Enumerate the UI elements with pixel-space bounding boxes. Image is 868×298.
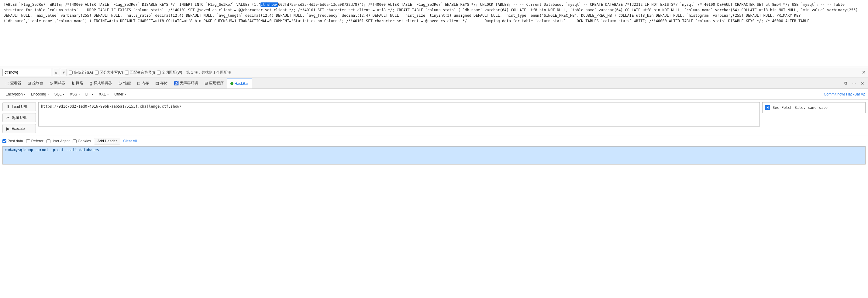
header-entry: H Sec-Fetch-Site: same-site — [762, 102, 866, 113]
find-option-case[interactable]: 区分大小写(C) — [95, 70, 123, 75]
hackbar-content: ⬆ Load URL ✂ Split URL ▶ Execute https:/… — [0, 100, 868, 136]
clear-all-link[interactable]: Clear All — [123, 139, 137, 143]
post-data-textarea[interactable]: cmd=mysqldump -uroot -proot --all-databa… — [2, 146, 866, 165]
tab-storage[interactable]: ▤ 存储 — [152, 78, 171, 88]
referer-option[interactable]: Referer — [26, 139, 43, 143]
post-data-section: cmd=mysqldump -uroot -proot --all-databa… — [0, 146, 868, 167]
hackbar-left-panel: ⬆ Load URL ✂ Split URL ▶ Execute — [2, 102, 36, 133]
encryption-chevron-icon: ▾ — [24, 93, 26, 96]
tab-performance[interactable]: ⏱ 性能 — [115, 78, 134, 88]
devtools-right-controls: ⧉ ··· ✕ — [843, 80, 866, 86]
cookies-option[interactable]: Cookies — [73, 139, 91, 143]
inspector-icon: ⬚ — [5, 81, 9, 85]
header-value: Sec-Fetch-Site: same-site — [773, 106, 828, 110]
debugger-icon: ⊙ — [50, 81, 53, 85]
tab-application[interactable]: ⊞ 应用程序 — [202, 78, 227, 88]
find-result: 第 1 项，共找到 1 个匹配项 — [186, 70, 231, 75]
header-h-badge: H — [765, 105, 770, 110]
application-icon: ⊞ — [205, 81, 208, 85]
storage-icon: ▤ — [155, 81, 159, 85]
tab-accessibility[interactable]: ♿ 无障碍环境 — [171, 78, 202, 88]
devtools-more-button[interactable]: ··· — [851, 80, 857, 86]
accessibility-icon: ♿ — [174, 81, 179, 85]
encoding-chevron-icon: ▾ — [48, 93, 49, 96]
devtools-close-button[interactable]: ✕ — [860, 80, 866, 86]
xxe-chevron-icon: ▾ — [107, 93, 109, 96]
add-header-button[interactable]: Add Header — [94, 138, 120, 144]
code-text-before: TABLES `F1ag_Se3Re7` WRITE; /*!40000 ALT… — [4, 2, 260, 7]
lfi-chevron-icon: ▾ — [92, 93, 93, 96]
find-input[interactable] — [2, 69, 51, 76]
other-chevron-icon: ▾ — [125, 93, 126, 96]
tab-console[interactable]: ⊡ 控制台 — [25, 78, 46, 88]
tab-inspector[interactable]: ⬚ 查看器 — [2, 78, 25, 88]
xss-menu[interactable]: XSS ▾ — [67, 91, 82, 97]
code-area: TABLES `F1ag_Se3Re7` WRITE; /*!40000 ALT… — [0, 0, 868, 67]
find-option-highlight[interactable]: 高亮全部(A) — [69, 70, 93, 75]
commit-now-label[interactable]: Commit now! HackBar v2 — [824, 92, 865, 96]
find-option-diacritics[interactable]: 匹配变音符号(I) — [125, 70, 155, 75]
tab-network[interactable]: ⇅ 网络 — [68, 78, 87, 88]
xxe-menu[interactable]: XXE ▾ — [96, 91, 111, 97]
tab-memory[interactable]: ◻ 内存 — [134, 78, 152, 88]
find-close-button[interactable]: ✕ — [862, 70, 866, 75]
load-url-icon: ⬆ — [6, 104, 10, 109]
network-icon: ⇅ — [71, 81, 75, 85]
hackbar-right-panel: H Sec-Fetch-Site: same-site — [762, 102, 866, 133]
execute-icon: ▶ — [6, 126, 10, 131]
tab-style-editor[interactable]: {} 样式编辑器 — [87, 78, 115, 88]
hackbar-toolbar: Encryption ▾ Encoding ▾ SQL ▾ XSS ▾ LFI … — [0, 89, 868, 100]
find-prev-button[interactable]: ∧ — [53, 69, 59, 76]
sql-chevron-icon: ▾ — [63, 93, 64, 96]
console-icon: ⊡ — [28, 81, 31, 85]
encryption-menu[interactable]: Encryption ▾ — [3, 91, 28, 97]
header-options-row: Post data Referer User Agent Cookies Add… — [0, 136, 868, 146]
performance-icon: ⏱ — [118, 81, 122, 85]
devtools-dock-button[interactable]: ⧉ — [843, 80, 848, 86]
lfi-menu[interactable]: LFI ▾ — [83, 91, 96, 97]
devtools-tabbar: ⬚ 查看器 ⊡ 控制台 ⊙ 调试器 ⇅ 网络 {} 样式编辑器 ⏱ 性能 ◻ 内… — [0, 78, 868, 89]
style-editor-icon: {} — [90, 81, 92, 85]
split-url-icon: ✂ — [6, 115, 10, 120]
load-url-button[interactable]: ⬆ Load URL — [2, 102, 36, 111]
sql-menu[interactable]: SQL ▾ — [52, 91, 67, 97]
hackbar-panel: Encryption ▾ Encoding ▾ SQL ▾ XSS ▾ LFI … — [0, 89, 868, 167]
memory-icon: ◻ — [137, 81, 141, 85]
user-agent-option[interactable]: User Agent — [46, 139, 70, 143]
tab-hackbar[interactable]: HackBar — [227, 78, 252, 88]
find-bar: ∧ ∨ 高亮全部(A) 区分大小写(C) 匹配变音符号(I) 全词匹配(W) 第… — [0, 67, 868, 78]
hackbar-dot-icon — [230, 82, 234, 85]
xss-chevron-icon: ▾ — [79, 93, 80, 96]
execute-button[interactable]: ▶ Execute — [2, 124, 36, 133]
url-textarea[interactable]: https://9d1c70d2-1ed0-4016-996b-aab5a175… — [38, 102, 760, 126]
encoding-menu[interactable]: Encoding ▾ — [29, 91, 51, 97]
post-data-option[interactable]: Post data — [2, 139, 23, 143]
tab-debugger[interactable]: ⊙ 调试器 — [46, 78, 68, 88]
other-menu[interactable]: Other ▾ — [112, 91, 129, 97]
url-area: https://9d1c70d2-1ed0-4016-996b-aab5a175… — [38, 102, 760, 133]
find-option-wholeword[interactable]: 全词匹配(W) — [157, 70, 182, 75]
find-next-button[interactable]: ∨ — [61, 69, 67, 76]
code-highlight: ctfshow{ — [260, 2, 278, 7]
split-url-button[interactable]: ✂ Split URL — [2, 113, 36, 122]
